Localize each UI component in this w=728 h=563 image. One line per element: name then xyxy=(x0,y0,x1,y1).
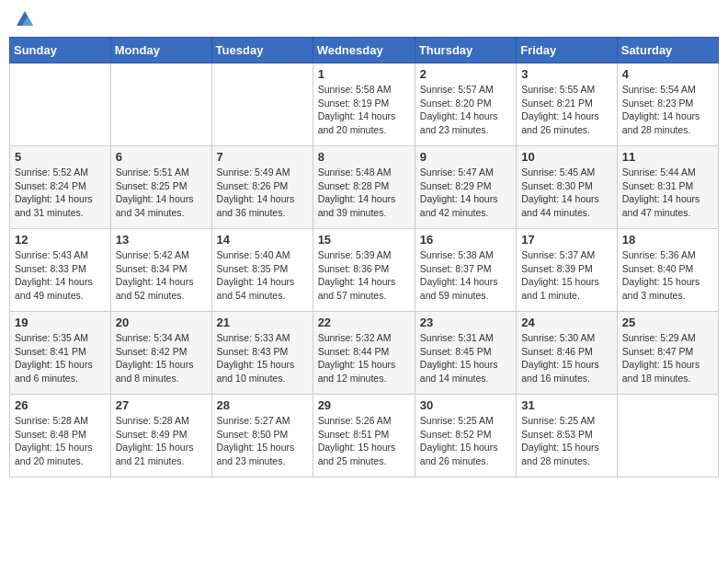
day-info: Sunrise: 5:30 AM Sunset: 8:46 PM Dayligh… xyxy=(521,331,612,385)
day-info: Sunrise: 5:51 AM Sunset: 8:25 PM Dayligh… xyxy=(116,166,207,220)
calendar-cell: 19Sunrise: 5:35 AM Sunset: 8:41 PM Dayli… xyxy=(10,312,111,395)
day-number: 23 xyxy=(420,316,511,329)
day-info: Sunrise: 5:35 AM Sunset: 8:41 PM Dayligh… xyxy=(15,331,106,385)
calendar-cell: 4Sunrise: 5:54 AM Sunset: 8:23 PM Daylig… xyxy=(617,63,718,146)
calendar-cell: 13Sunrise: 5:42 AM Sunset: 8:34 PM Dayli… xyxy=(110,229,211,312)
day-number: 13 xyxy=(116,233,207,247)
calendar-cell xyxy=(211,63,313,146)
day-header-wednesday: Wednesday xyxy=(313,38,415,63)
day-number: 22 xyxy=(318,316,410,329)
day-info: Sunrise: 5:38 AM Sunset: 8:37 PM Dayligh… xyxy=(420,248,511,303)
day-number: 11 xyxy=(622,150,713,164)
day-number: 18 xyxy=(622,233,713,247)
day-info: Sunrise: 5:47 AM Sunset: 8:29 PM Dayligh… xyxy=(420,166,511,220)
calendar-cell: 15Sunrise: 5:39 AM Sunset: 8:36 PM Dayli… xyxy=(313,229,415,312)
calendar-week-row: 5Sunrise: 5:52 AM Sunset: 8:24 PM Daylig… xyxy=(10,146,719,229)
calendar-week-row: 26Sunrise: 5:28 AM Sunset: 8:48 PM Dayli… xyxy=(10,395,719,477)
calendar-cell: 6Sunrise: 5:51 AM Sunset: 8:25 PM Daylig… xyxy=(110,146,211,229)
calendar-cell: 17Sunrise: 5:37 AM Sunset: 8:39 PM Dayli… xyxy=(517,229,618,312)
day-header-saturday: Saturday xyxy=(617,38,718,63)
day-info: Sunrise: 5:28 AM Sunset: 8:49 PM Dayligh… xyxy=(116,414,207,468)
calendar-cell xyxy=(617,395,718,477)
calendar-cell: 23Sunrise: 5:31 AM Sunset: 8:45 PM Dayli… xyxy=(415,312,516,395)
day-number: 14 xyxy=(217,233,308,247)
calendar-cell: 11Sunrise: 5:44 AM Sunset: 8:31 PM Dayli… xyxy=(617,146,718,229)
day-info: Sunrise: 5:44 AM Sunset: 8:31 PM Dayligh… xyxy=(622,166,713,220)
calendar-cell: 18Sunrise: 5:36 AM Sunset: 8:40 PM Dayli… xyxy=(617,229,718,312)
calendar-cell xyxy=(110,63,211,146)
calendar-cell: 10Sunrise: 5:45 AM Sunset: 8:30 PM Dayli… xyxy=(517,146,618,229)
day-number: 24 xyxy=(521,316,612,329)
day-info: Sunrise: 5:36 AM Sunset: 8:40 PM Dayligh… xyxy=(622,248,713,303)
day-number: 9 xyxy=(420,150,511,164)
calendar-cell: 20Sunrise: 5:34 AM Sunset: 8:42 PM Dayli… xyxy=(110,312,211,395)
day-number: 8 xyxy=(318,150,410,164)
page-header xyxy=(9,9,719,29)
calendar-cell: 2Sunrise: 5:57 AM Sunset: 8:20 PM Daylig… xyxy=(415,63,516,146)
logo xyxy=(13,9,35,29)
calendar-cell: 24Sunrise: 5:30 AM Sunset: 8:46 PM Dayli… xyxy=(517,312,618,395)
day-number: 10 xyxy=(521,150,612,164)
day-number: 12 xyxy=(15,233,106,247)
day-info: Sunrise: 5:34 AM Sunset: 8:42 PM Dayligh… xyxy=(116,331,207,385)
day-header-thursday: Thursday xyxy=(415,38,516,63)
day-header-sunday: Sunday xyxy=(10,38,111,63)
calendar-cell: 31Sunrise: 5:25 AM Sunset: 8:53 PM Dayli… xyxy=(517,395,618,477)
day-number: 3 xyxy=(521,67,612,81)
day-number: 26 xyxy=(15,398,106,412)
day-info: Sunrise: 5:48 AM Sunset: 8:28 PM Dayligh… xyxy=(318,166,410,220)
calendar-cell: 26Sunrise: 5:28 AM Sunset: 8:48 PM Dayli… xyxy=(10,395,111,477)
calendar-cell: 14Sunrise: 5:40 AM Sunset: 8:35 PM Dayli… xyxy=(211,229,313,312)
day-number: 29 xyxy=(318,398,410,412)
day-info: Sunrise: 5:55 AM Sunset: 8:21 PM Dayligh… xyxy=(521,83,612,137)
calendar-cell: 1Sunrise: 5:58 AM Sunset: 8:19 PM Daylig… xyxy=(313,63,415,146)
calendar-cell: 27Sunrise: 5:28 AM Sunset: 8:49 PM Dayli… xyxy=(110,395,211,477)
calendar-cell: 30Sunrise: 5:25 AM Sunset: 8:52 PM Dayli… xyxy=(415,395,516,477)
calendar-cell: 9Sunrise: 5:47 AM Sunset: 8:29 PM Daylig… xyxy=(415,146,516,229)
day-info: Sunrise: 5:26 AM Sunset: 8:51 PM Dayligh… xyxy=(318,414,410,468)
day-info: Sunrise: 5:25 AM Sunset: 8:52 PM Dayligh… xyxy=(420,414,511,468)
day-info: Sunrise: 5:39 AM Sunset: 8:36 PM Dayligh… xyxy=(318,248,410,303)
day-info: Sunrise: 5:52 AM Sunset: 8:24 PM Dayligh… xyxy=(15,166,106,220)
calendar-header-row: SundayMondayTuesdayWednesdayThursdayFrid… xyxy=(10,38,719,63)
day-number: 27 xyxy=(116,398,207,412)
day-info: Sunrise: 5:40 AM Sunset: 8:35 PM Dayligh… xyxy=(217,248,308,303)
day-number: 28 xyxy=(217,398,308,412)
day-number: 30 xyxy=(420,398,511,412)
day-info: Sunrise: 5:37 AM Sunset: 8:39 PM Dayligh… xyxy=(521,248,612,303)
day-info: Sunrise: 5:27 AM Sunset: 8:50 PM Dayligh… xyxy=(217,414,308,468)
calendar-cell: 25Sunrise: 5:29 AM Sunset: 8:47 PM Dayli… xyxy=(617,312,718,395)
day-number: 7 xyxy=(217,150,308,164)
calendar-cell: 7Sunrise: 5:49 AM Sunset: 8:26 PM Daylig… xyxy=(211,146,313,229)
day-number: 25 xyxy=(622,316,713,329)
day-number: 20 xyxy=(116,316,207,329)
day-header-friday: Friday xyxy=(517,38,618,63)
day-info: Sunrise: 5:31 AM Sunset: 8:45 PM Dayligh… xyxy=(420,331,511,385)
calendar-week-row: 1Sunrise: 5:58 AM Sunset: 8:19 PM Daylig… xyxy=(10,63,719,146)
day-number: 6 xyxy=(116,150,207,164)
calendar-table: SundayMondayTuesdayWednesdayThursdayFrid… xyxy=(9,37,719,477)
day-info: Sunrise: 5:43 AM Sunset: 8:33 PM Dayligh… xyxy=(15,248,106,303)
day-number: 4 xyxy=(622,67,713,81)
logo-icon xyxy=(15,9,35,29)
calendar-cell: 28Sunrise: 5:27 AM Sunset: 8:50 PM Dayli… xyxy=(211,395,313,477)
calendar-cell: 8Sunrise: 5:48 AM Sunset: 8:28 PM Daylig… xyxy=(313,146,415,229)
day-number: 15 xyxy=(318,233,410,247)
day-header-monday: Monday xyxy=(110,38,211,63)
day-info: Sunrise: 5:45 AM Sunset: 8:30 PM Dayligh… xyxy=(521,166,612,220)
calendar-cell: 3Sunrise: 5:55 AM Sunset: 8:21 PM Daylig… xyxy=(517,63,618,146)
calendar-cell: 22Sunrise: 5:32 AM Sunset: 8:44 PM Dayli… xyxy=(313,312,415,395)
day-info: Sunrise: 5:29 AM Sunset: 8:47 PM Dayligh… xyxy=(622,331,713,385)
day-info: Sunrise: 5:58 AM Sunset: 8:19 PM Dayligh… xyxy=(318,83,410,137)
day-number: 16 xyxy=(420,233,511,247)
calendar-week-row: 12Sunrise: 5:43 AM Sunset: 8:33 PM Dayli… xyxy=(10,229,719,312)
day-info: Sunrise: 5:42 AM Sunset: 8:34 PM Dayligh… xyxy=(116,248,207,303)
day-info: Sunrise: 5:28 AM Sunset: 8:48 PM Dayligh… xyxy=(15,414,106,468)
day-info: Sunrise: 5:54 AM Sunset: 8:23 PM Dayligh… xyxy=(622,83,713,137)
day-info: Sunrise: 5:57 AM Sunset: 8:20 PM Dayligh… xyxy=(420,83,511,137)
day-number: 31 xyxy=(521,398,612,412)
day-number: 19 xyxy=(15,316,106,329)
calendar-cell: 16Sunrise: 5:38 AM Sunset: 8:37 PM Dayli… xyxy=(415,229,516,312)
day-info: Sunrise: 5:32 AM Sunset: 8:44 PM Dayligh… xyxy=(318,331,410,385)
calendar-cell: 12Sunrise: 5:43 AM Sunset: 8:33 PM Dayli… xyxy=(10,229,111,312)
